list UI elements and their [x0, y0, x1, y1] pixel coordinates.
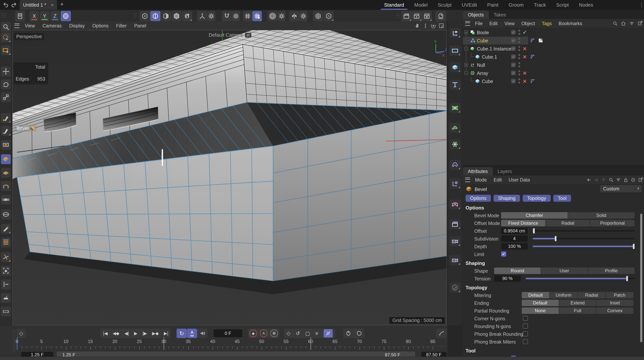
- viewport-hamburger-icon[interactable]: [14, 24, 20, 28]
- layout-tab-paint[interactable]: Paint: [482, 0, 504, 10]
- create-null-object-button[interactable]: [450, 28, 460, 38]
- visibility-dot-editor[interactable]: [518, 38, 520, 40]
- tool-polygon-pen[interactable]: [1, 113, 11, 123]
- visibility-dot-render[interactable]: [518, 82, 520, 84]
- segment-fixed-distance[interactable]: Fixed Distance: [501, 220, 545, 226]
- create-volume-builder-button[interactable]: [450, 123, 460, 133]
- axis-lock-y-button[interactable]: Y: [40, 11, 49, 21]
- edit-toggle[interactable]: [511, 54, 516, 59]
- layout-tab-script[interactable]: Script: [551, 0, 574, 10]
- object-row-cube-1[interactable]: Cube.1×: [463, 53, 644, 61]
- object-menu-view[interactable]: View: [501, 19, 518, 28]
- object-manager-home-button[interactable]: [620, 20, 626, 26]
- phong-tag-icon[interactable]: [530, 54, 536, 60]
- gear-button[interactable]: [232, 11, 240, 21]
- tool-project[interactable]: [1, 266, 11, 276]
- toolbar-grip-2[interactable]: [134, 13, 137, 18]
- layout-tab-sculpt[interactable]: Sculpt: [433, 0, 456, 10]
- texture-tag-icon[interactable]: [538, 38, 544, 43]
- create-material-editor-button[interactable]: [450, 283, 460, 292]
- object-menu-object[interactable]: Object: [518, 19, 538, 28]
- tool-move[interactable]: [1, 66, 11, 76]
- edit-toggle[interactable]: [511, 38, 516, 43]
- grid-lock-button[interactable]: [252, 11, 262, 21]
- visibility-dot-editor[interactable]: [518, 30, 520, 32]
- object-row-cube[interactable]: Cube×: [463, 77, 644, 85]
- hex-edge-button[interactable]: [150, 11, 160, 21]
- layout-overflow-menu[interactable]: ⋮: [639, 2, 644, 8]
- undo-button[interactable]: [3, 2, 9, 8]
- offset-value-field[interactable]: 0.9504 cm: [501, 228, 528, 234]
- ruler-frame-40[interactable]: 40: [208, 339, 217, 344]
- attribute-lock-button[interactable]: [623, 177, 628, 183]
- tool-box-zoom[interactable]: [1, 22, 11, 32]
- visibility-dot-render[interactable]: [518, 57, 520, 59]
- add-keyframe-button[interactable]: ◇: [17, 329, 26, 338]
- command-palette-button[interactable]: [15, 11, 25, 21]
- tool-knife[interactable]: [1, 224, 11, 234]
- tool-plane-cut[interactable]: [1, 252, 11, 262]
- hex-a-button[interactable]: A: [324, 11, 334, 21]
- ruler-frame-35[interactable]: 35: [184, 339, 192, 344]
- timeline-ramp-button[interactable]: [436, 328, 447, 338]
- attribute-menu-mode[interactable]: Mode: [472, 176, 490, 184]
- attribute-focus-button[interactable]: [630, 177, 636, 183]
- tool-pattern-select[interactable]: [1, 307, 11, 316]
- axis-lock-x-button[interactable]: X: [30, 11, 39, 21]
- layout-tab-standard[interactable]: Standard: [379, 0, 409, 10]
- autokey-toggle-button[interactable]: A: [260, 330, 268, 337]
- create-subdivision-surface-button[interactable]: [450, 103, 460, 113]
- visibility-dot-render[interactable]: [518, 49, 520, 51]
- rot-rec-button[interactable]: [356, 330, 362, 336]
- edit-toggle[interactable]: [511, 46, 516, 51]
- go-to-start-button[interactable]: |◀: [103, 331, 108, 336]
- ruler-frame-20[interactable]: 20: [111, 339, 119, 344]
- tension-slider[interactable]: [526, 278, 634, 279]
- playhead[interactable]: [17, 337, 18, 350]
- tension-slider-handle[interactable]: [626, 276, 628, 281]
- layout-tab-groom[interactable]: Groom: [504, 0, 529, 10]
- view-label[interactable]: Perspective: [14, 33, 44, 40]
- tool-line-cut[interactable]: [1, 238, 11, 247]
- segment-default[interactable]: Default: [522, 292, 549, 298]
- viewport[interactable]: Y Z X Perspective Default Camera ⇄ Total…: [12, 30, 447, 326]
- create-bend-deformer-button[interactable]: [450, 160, 460, 170]
- segment-default[interactable]: Default: [522, 300, 559, 306]
- hex-ring-button[interactable]: [313, 11, 323, 21]
- grid-button[interactable]: [243, 11, 252, 21]
- next-key-button[interactable]: ▶◆: [152, 331, 158, 336]
- segment-solid[interactable]: Solid: [568, 212, 634, 218]
- attribute-back-button[interactable]: [586, 177, 592, 183]
- layout-tab-model[interactable]: Model: [409, 0, 433, 10]
- visibility-dot-render[interactable]: [518, 74, 520, 76]
- category-tool[interactable]: Tool: [553, 195, 571, 202]
- visibility-dot-editor[interactable]: [518, 46, 520, 48]
- segment-extend[interactable]: Extend: [559, 300, 596, 306]
- go-to-end-button[interactable]: ▶|: [164, 331, 168, 336]
- toolbar-grip-3[interactable]: [396, 13, 400, 18]
- object-manager-popout-button[interactable]: [637, 20, 643, 26]
- tool-iron[interactable]: [1, 293, 11, 303]
- phong-tag-icon[interactable]: [530, 78, 536, 84]
- disabled-x-icon[interactable]: ×: [522, 54, 528, 60]
- camera-swap-icon[interactable]: ⇄: [245, 33, 252, 38]
- expander[interactable]: +: [464, 63, 468, 66]
- key-toggle-1[interactable]: ↺: [296, 330, 300, 336]
- viewport-menu-display[interactable]: Display: [66, 21, 88, 30]
- key-toggle-0[interactable]: ◇: [286, 330, 290, 336]
- viewport-menu-options[interactable]: Options: [88, 21, 112, 30]
- viewport-menu-panel[interactable]: Panel: [130, 21, 150, 30]
- record-keyframe-button[interactable]: ◆: [250, 330, 257, 337]
- viewport-pan-button[interactable]: [414, 23, 420, 29]
- tool-scale[interactable]: [1, 92, 11, 102]
- play-button[interactable]: ▶: [134, 331, 138, 336]
- object-manager-hamburger-icon[interactable]: [465, 21, 470, 26]
- autokey-mode-button[interactable]: A: [187, 328, 197, 338]
- segment-full[interactable]: Full: [559, 308, 596, 314]
- object-menu-tags[interactable]: Tags: [538, 19, 555, 28]
- phong-tag-icon[interactable]: [530, 38, 536, 43]
- tool-edge-flow[interactable]: [1, 280, 11, 289]
- disabled-x-icon[interactable]: ×: [522, 70, 528, 76]
- preset-dropdown[interactable]: Custom ▼: [600, 185, 642, 192]
- subdivision-value-field[interactable]: 4: [501, 236, 528, 242]
